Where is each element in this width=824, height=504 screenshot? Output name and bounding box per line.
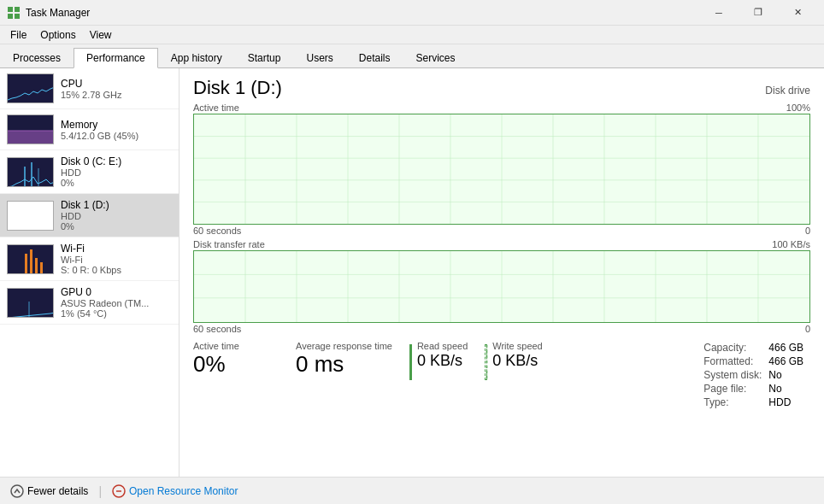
sidebar-item-gpu0[interactable]: GPU 0 ASUS Radeon (TM... 1% (54 °C) bbox=[0, 281, 179, 325]
type-label: Type: bbox=[703, 396, 768, 409]
read-speed-label: Read speed bbox=[417, 341, 468, 351]
sidebar: CPU 15% 2.78 GHz Memory 5.4/12.0 GB (45%… bbox=[0, 68, 180, 477]
restore-button[interactable]: ❐ bbox=[739, 0, 778, 26]
svg-point-52 bbox=[11, 485, 23, 497]
disk1-sub: HDD bbox=[61, 211, 172, 221]
svg-rect-4 bbox=[8, 74, 54, 103]
window-title: Task Manager bbox=[26, 7, 699, 19]
separator: | bbox=[98, 484, 102, 498]
read-speed-bar bbox=[409, 344, 412, 380]
svg-rect-1 bbox=[15, 7, 20, 12]
content-subtitle: Disk drive bbox=[765, 85, 810, 97]
type-value: HDD bbox=[768, 396, 810, 409]
chart1-header: Active time 100% bbox=[193, 103, 810, 113]
main-area: CPU 15% 2.78 GHz Memory 5.4/12.0 GB (45%… bbox=[0, 68, 824, 477]
svg-rect-12 bbox=[8, 202, 54, 231]
open-resource-monitor-link[interactable]: Open Resource Monitor bbox=[112, 484, 238, 498]
page-file-value: No bbox=[768, 382, 810, 396]
resource-monitor-icon bbox=[112, 484, 126, 498]
active-time-chart-section: Active time 100% bbox=[193, 103, 810, 236]
disk1-value: 0% bbox=[61, 221, 172, 231]
chart2-bottom: 60 seconds 0 bbox=[193, 324, 810, 334]
fewer-details-label: Fewer details bbox=[27, 485, 88, 497]
capacity-label: Capacity: bbox=[703, 341, 768, 355]
sidebar-item-disk1[interactable]: Disk 1 (D:) HDD 0% bbox=[0, 194, 179, 237]
disk0-info: Disk 0 (C: E:) HDD 0% bbox=[61, 155, 172, 188]
minimize-button[interactable]: ─ bbox=[699, 0, 739, 26]
wifi-label: Wi-Fi bbox=[61, 243, 172, 255]
active-time-stat: Active time 0% bbox=[193, 341, 279, 375]
memory-label: Memory bbox=[61, 119, 172, 131]
disk0-label: Disk 0 (C: E:) bbox=[61, 155, 172, 167]
disk1-label: Disk 1 (D:) bbox=[61, 199, 172, 211]
memory-thumb bbox=[7, 114, 54, 144]
tab-users[interactable]: Users bbox=[293, 47, 345, 67]
chart2-min: 0 bbox=[805, 324, 810, 334]
gpu0-value: 1% (54 °C) bbox=[61, 308, 172, 319]
gpu0-thumb bbox=[7, 288, 54, 318]
chart2-label: Disk transfer rate bbox=[193, 239, 265, 249]
chart2-time: 60 seconds bbox=[193, 324, 241, 334]
memory-info: Memory 5.4/12.0 GB (45%) bbox=[61, 119, 172, 141]
svg-rect-6 bbox=[8, 131, 54, 144]
transfer-rate-chart-section: Disk transfer rate 100 KB/s bbox=[193, 239, 810, 334]
content-area: Disk 1 (D:) Disk drive Active time 100% bbox=[180, 68, 824, 477]
disk1-thumb bbox=[7, 201, 54, 231]
wifi-thumb bbox=[7, 244, 54, 274]
content-title: Disk 1 (D:) bbox=[193, 77, 282, 99]
chart1-label: Active time bbox=[193, 103, 239, 113]
formatted-label: Formatted: bbox=[703, 355, 768, 368]
sidebar-item-wifi[interactable]: Wi-Fi Wi-Fi S: 0 R: 0 Kbps bbox=[0, 237, 179, 281]
app-icon bbox=[7, 6, 21, 20]
info-row-formatted: Formatted: 466 GB bbox=[703, 355, 810, 368]
avg-response-stat: Average response time 0 ms bbox=[296, 341, 392, 375]
close-button[interactable]: ✕ bbox=[778, 0, 817, 26]
info-row-capacity: Capacity: 466 GB bbox=[703, 341, 810, 355]
menu-options[interactable]: Options bbox=[33, 27, 82, 43]
bottombar: Fewer details | Open Resource Monitor bbox=[0, 477, 824, 504]
svg-rect-15 bbox=[25, 254, 27, 274]
gpu0-label: GPU 0 bbox=[61, 286, 172, 298]
titlebar: Task Manager ─ ❐ ✕ bbox=[0, 0, 824, 26]
fewer-details-button[interactable]: Fewer details bbox=[10, 484, 88, 498]
formatted-value: 466 GB bbox=[768, 355, 810, 368]
disk1-info: Disk 1 (D:) HDD 0% bbox=[61, 199, 172, 231]
info-row-page-file: Page file: No bbox=[703, 382, 810, 396]
tab-startup[interactable]: Startup bbox=[235, 47, 294, 67]
sidebar-item-memory[interactable]: Memory 5.4/12.0 GB (45%) bbox=[0, 109, 179, 150]
active-time-value: 0% bbox=[193, 353, 279, 375]
chart2-header: Disk transfer rate 100 KB/s bbox=[193, 239, 810, 249]
info-row-type: Type: HDD bbox=[703, 396, 810, 409]
content-header: Disk 1 (D:) Disk drive bbox=[193, 77, 810, 99]
menu-view[interactable]: View bbox=[83, 27, 119, 43]
cpu-info: CPU 15% 2.78 GHz bbox=[61, 78, 172, 100]
sidebar-item-cpu[interactable]: CPU 15% 2.78 GHz bbox=[0, 68, 179, 109]
speed-block: Read speed 0 KB/s Write speed 0 KB/s bbox=[409, 341, 543, 380]
system-disk-label: System disk: bbox=[703, 368, 768, 382]
svg-rect-2 bbox=[8, 14, 13, 19]
wifi-info: Wi-Fi Wi-Fi S: 0 R: 0 Kbps bbox=[61, 243, 172, 275]
info-row-system-disk: System disk: No bbox=[703, 368, 810, 382]
tab-processes[interactable]: Processes bbox=[0, 47, 74, 67]
tab-app-history[interactable]: App history bbox=[158, 47, 235, 67]
chart2-max: 100 KB/s bbox=[772, 239, 810, 249]
avg-response-label: Average response time bbox=[296, 341, 392, 351]
disk0-thumb bbox=[7, 157, 54, 187]
menu-file[interactable]: File bbox=[3, 27, 33, 43]
tab-services[interactable]: Services bbox=[403, 47, 468, 67]
chart1-bottom: 60 seconds 0 bbox=[193, 226, 810, 236]
sidebar-item-disk0[interactable]: Disk 0 (C: E:) HDD 0% bbox=[0, 150, 179, 194]
svg-rect-3 bbox=[15, 14, 20, 19]
open-resource-monitor-label: Open Resource Monitor bbox=[129, 485, 238, 497]
system-disk-value: No bbox=[768, 368, 810, 382]
wifi-value: S: 0 R: 0 Kbps bbox=[61, 265, 172, 275]
tab-performance[interactable]: Performance bbox=[74, 48, 158, 68]
menubar: File Options View bbox=[0, 26, 824, 44]
disk0-value: 0% bbox=[61, 178, 172, 188]
read-speed-info: Read speed 0 KB/s bbox=[417, 341, 468, 368]
tab-details[interactable]: Details bbox=[346, 47, 403, 67]
chart1-time: 60 seconds bbox=[193, 226, 241, 236]
stats-row: Active time 0% Average response time 0 m… bbox=[193, 341, 810, 409]
info-block: Capacity: 466 GB Formatted: 466 GB Syste… bbox=[703, 341, 810, 409]
capacity-value: 466 GB bbox=[768, 341, 810, 355]
